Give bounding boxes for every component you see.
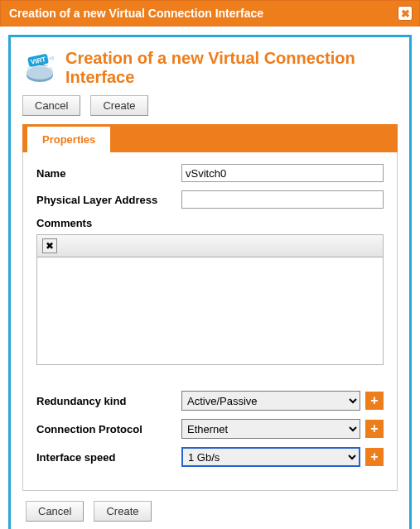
protocol-select[interactable]: Ethernet [181, 419, 360, 439]
plus-icon: + [370, 422, 378, 435]
pla-label: Physical Layer Address [36, 194, 181, 206]
comments-textarea[interactable] [36, 257, 384, 365]
name-input[interactable] [181, 164, 384, 182]
speed-label: Interface speed [36, 451, 181, 464]
x-icon: ✖ [46, 240, 54, 252]
speed-add-button[interactable]: + [365, 448, 384, 466]
redundancy-label: Redundancy kind [36, 395, 181, 407]
protocol-add-button[interactable]: + [365, 420, 384, 438]
form-area: Name Physical Layer Address Comments ✖ R… [22, 152, 398, 491]
page-title: Creation of a new Virtual Connection Int… [65, 49, 398, 87]
dialog-window: Creation of a new Virtual Connection Int… [0, 0, 420, 529]
plus-icon: + [370, 450, 378, 464]
header-row: VIRT Creation of a new Virtual Connectio… [22, 49, 398, 87]
row-redundancy: Redundancy kind Active/Passive + [36, 391, 384, 411]
create-button-bottom[interactable]: Create [94, 501, 151, 522]
redundancy-add-button[interactable]: + [365, 392, 384, 410]
toolbar-clear-button[interactable]: ✖ [42, 238, 57, 253]
virt-icon: VIRT [22, 50, 57, 85]
row-protocol: Connection Protocol Ethernet + [36, 419, 384, 439]
top-button-row: Cancel Create [22, 95, 398, 116]
dialog-title: Creation of a new Virtual Connection Int… [9, 7, 263, 20]
title-bar: Creation of a new Virtual Connection Int… [0, 0, 420, 26]
cancel-button-top[interactable]: Cancel [22, 95, 80, 116]
close-icon: ✖ [401, 8, 410, 19]
plus-icon: + [370, 394, 378, 407]
tab-properties[interactable]: Properties [27, 126, 111, 152]
protocol-label: Connection Protocol [36, 423, 181, 435]
row-comments: Comments ✖ [36, 217, 384, 368]
tab-bar: Properties [22, 124, 398, 152]
speed-select[interactable]: 1 Gb/s [181, 447, 360, 467]
pla-input[interactable] [181, 190, 384, 209]
svg-point-1 [27, 66, 53, 79]
create-button-top[interactable]: Create [90, 95, 147, 116]
close-button[interactable]: ✖ [398, 6, 413, 21]
row-pla: Physical Layer Address [36, 190, 384, 209]
comments-toolbar: ✖ [36, 234, 384, 257]
cancel-button-bottom[interactable]: Cancel [26, 501, 84, 522]
bottom-button-row: Cancel Create [26, 501, 394, 522]
row-name: Name [36, 164, 384, 182]
comments-label: Comments [36, 217, 384, 229]
redundancy-select[interactable]: Active/Passive [181, 391, 360, 411]
name-label: Name [36, 167, 181, 180]
spacer [36, 382, 384, 391]
row-speed: Interface speed 1 Gb/s + [36, 447, 384, 467]
dialog-body: VIRT Creation of a new Virtual Connectio… [8, 35, 412, 529]
